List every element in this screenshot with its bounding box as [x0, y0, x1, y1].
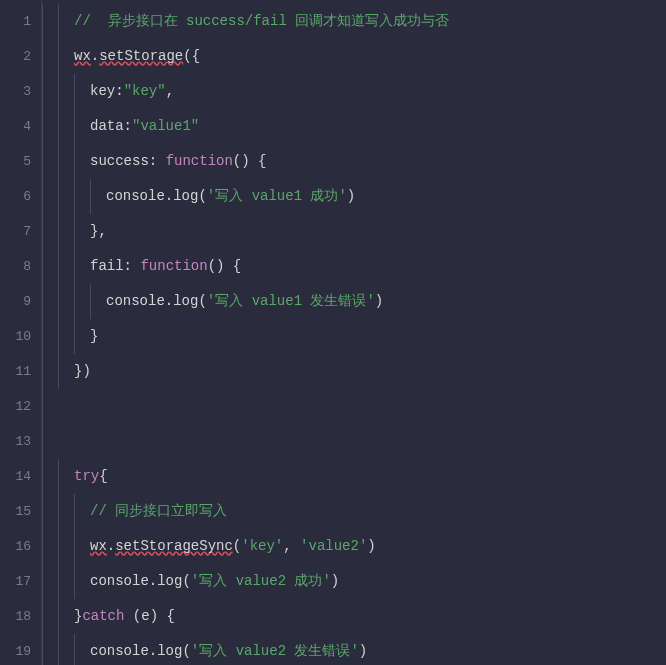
line-number: 18 [0, 599, 31, 634]
code-line[interactable]: wx.setStorage({ [42, 39, 666, 74]
punct-token: : [124, 118, 132, 134]
code-line[interactable] [42, 424, 666, 459]
code-content[interactable]: // 异步接口在 success/fail 回调才知道写入成功与否 wx.set… [42, 0, 666, 665]
punct-token: ) [367, 538, 375, 554]
method-token: log [157, 573, 182, 589]
method-token: log [173, 188, 198, 204]
punct-token: . [91, 48, 99, 64]
identifier-token: console [90, 573, 149, 589]
punct-token: ( [182, 643, 190, 659]
line-number: 19 [0, 634, 31, 665]
identifier-token: console [90, 643, 149, 659]
string-token: '写入 value2 发生错误' [191, 643, 359, 659]
line-number: 15 [0, 494, 31, 529]
line-number: 10 [0, 319, 31, 354]
punct-token: : [149, 153, 166, 169]
line-number: 4 [0, 109, 31, 144]
punct-token: : [115, 83, 123, 99]
method-token: log [157, 643, 182, 659]
code-line[interactable]: } [42, 319, 666, 354]
punct-token: , [166, 83, 174, 99]
punct-token: , [283, 538, 300, 554]
code-line[interactable]: // 异步接口在 success/fail 回调才知道写入成功与否 [42, 4, 666, 39]
identifier-token: wx [74, 48, 91, 64]
property-token: fail [90, 258, 124, 274]
line-number: 11 [0, 354, 31, 389]
line-number: 3 [0, 74, 31, 109]
line-number: 1 [0, 4, 31, 39]
property-token: success [90, 153, 149, 169]
keyword-token: catch [82, 608, 124, 624]
comment-token: // 异步接口在 success/fail 回调才知道写入成功与否 [74, 13, 449, 29]
keyword-token: try [74, 468, 99, 484]
method-token: setStorageSync [115, 538, 233, 554]
code-line[interactable]: try{ [42, 459, 666, 494]
code-editor: 1 2 3 4 5 6 7 8 9 10 11 12 13 14 15 16 1… [0, 0, 666, 665]
code-line[interactable]: wx.setStorageSync('key', 'value2') [42, 529, 666, 564]
code-line[interactable]: // 同步接口立即写入 [42, 494, 666, 529]
method-token: setStorage [99, 48, 183, 64]
punct-token: . [165, 293, 173, 309]
punct-token: . [149, 643, 157, 659]
punct-token: ) [331, 573, 339, 589]
identifier-token: console [106, 188, 165, 204]
string-token: '写入 value1 成功' [207, 188, 347, 204]
string-token: "value1" [132, 118, 199, 134]
punct-token: . [149, 573, 157, 589]
punct-token: }) [74, 363, 91, 379]
code-line[interactable]: console.log('写入 value1 发生错误') [42, 284, 666, 319]
line-number: 8 [0, 249, 31, 284]
line-number-gutter: 1 2 3 4 5 6 7 8 9 10 11 12 13 14 15 16 1… [0, 0, 42, 665]
code-line[interactable]: success: function() { [42, 144, 666, 179]
punct-token: . [107, 538, 115, 554]
line-number: 14 [0, 459, 31, 494]
line-number: 9 [0, 284, 31, 319]
code-line[interactable] [42, 389, 666, 424]
punct-token: ( [233, 538, 241, 554]
punct-token: ( [198, 188, 206, 204]
punct-token: { [99, 468, 107, 484]
punct-token: ) [359, 643, 367, 659]
punct-token: (e) { [124, 608, 174, 624]
code-line[interactable]: key:"key", [42, 74, 666, 109]
code-line[interactable]: }) [42, 354, 666, 389]
code-line[interactable]: }catch (e) { [42, 599, 666, 634]
punct-token: ({ [183, 48, 200, 64]
code-line[interactable]: console.log('写入 value2 成功') [42, 564, 666, 599]
string-token: "key" [124, 83, 166, 99]
punct-token: . [165, 188, 173, 204]
comment-token: // 同步接口立即写入 [90, 503, 227, 519]
punct-token: ) [375, 293, 383, 309]
punct-token: () { [233, 153, 267, 169]
line-number: 17 [0, 564, 31, 599]
line-number: 6 [0, 179, 31, 214]
property-token: key [90, 83, 115, 99]
string-token: '写入 value2 成功' [191, 573, 331, 589]
line-number: 7 [0, 214, 31, 249]
punct-token: ( [182, 573, 190, 589]
punct-token: }, [90, 223, 107, 239]
punct-token: } [90, 328, 98, 344]
punct-token: ( [198, 293, 206, 309]
line-number: 12 [0, 389, 31, 424]
string-token: '写入 value1 发生错误' [207, 293, 375, 309]
punct-token: ) [347, 188, 355, 204]
code-line[interactable]: fail: function() { [42, 249, 666, 284]
code-line[interactable]: data:"value1" [42, 109, 666, 144]
identifier-token: wx [90, 538, 107, 554]
line-number: 5 [0, 144, 31, 179]
keyword-token: function [140, 258, 207, 274]
code-line[interactable]: }, [42, 214, 666, 249]
method-token: log [173, 293, 198, 309]
code-line[interactable]: console.log('写入 value2 发生错误') [42, 634, 666, 665]
line-number: 13 [0, 424, 31, 459]
punct-token: : [124, 258, 141, 274]
property-token: data [90, 118, 124, 134]
punct-token: () { [208, 258, 242, 274]
line-number: 2 [0, 39, 31, 74]
string-token: 'value2' [300, 538, 367, 554]
identifier-token: console [106, 293, 165, 309]
code-line[interactable]: console.log('写入 value1 成功') [42, 179, 666, 214]
string-token: 'key' [241, 538, 283, 554]
line-number: 16 [0, 529, 31, 564]
